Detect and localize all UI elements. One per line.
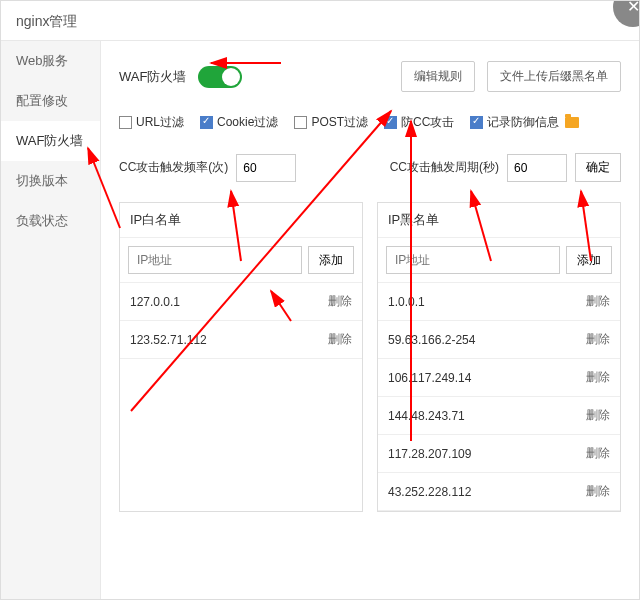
cc-confirm-button[interactable]: 确定 [575, 153, 621, 182]
checkbox-icon [200, 116, 213, 129]
blacklist-ip-input[interactable] [386, 246, 560, 274]
list-item: 43.252.228.112删除 [378, 473, 620, 511]
cc-period-label: CC攻击触发周期(秒) [390, 159, 499, 176]
sidebar-item-3[interactable]: 切换版本 [1, 161, 100, 201]
blacklist-title: IP黑名单 [378, 203, 620, 238]
list-item: 144.48.243.71删除 [378, 397, 620, 435]
dialog-title: nginx管理 [16, 13, 77, 29]
filter-checkbox-4[interactable]: 记录防御信息 [470, 114, 579, 131]
filter-label: 记录防御信息 [487, 114, 559, 131]
sidebar-item-4[interactable]: 负载状态 [1, 201, 100, 241]
list-item: 127.0.0.1删除 [120, 283, 362, 321]
ip-value: 106.117.249.14 [388, 371, 471, 385]
ip-value: 144.48.243.71 [388, 409, 465, 423]
whitelist-title: IP白名单 [120, 203, 362, 238]
sidebar-item-1[interactable]: 配置修改 [1, 81, 100, 121]
filter-label: 防CC攻击 [401, 114, 454, 131]
filter-checkbox-2[interactable]: POST过滤 [294, 114, 368, 131]
delete-link[interactable]: 删除 [586, 331, 610, 348]
ip-value: 127.0.0.1 [130, 295, 180, 309]
ip-value: 117.28.207.109 [388, 447, 471, 461]
whitelist-ip-input[interactable] [128, 246, 302, 274]
delete-link[interactable]: 删除 [586, 407, 610, 424]
cc-freq-input[interactable] [236, 154, 296, 182]
checkbox-icon [294, 116, 307, 129]
whitelist-panel: IP白名单 添加 127.0.0.1删除123.52.71.112删除 [119, 202, 363, 512]
delete-link[interactable]: 删除 [328, 331, 352, 348]
waf-toggle[interactable] [198, 66, 242, 88]
list-item: 117.28.207.109删除 [378, 435, 620, 473]
delete-link[interactable]: 删除 [586, 483, 610, 500]
list-item: 59.63.166.2-254删除 [378, 321, 620, 359]
delete-link[interactable]: 删除 [328, 293, 352, 310]
sidebar: Web服务配置修改WAF防火墙切换版本负载状态 [1, 41, 101, 600]
ip-value: 1.0.0.1 [388, 295, 425, 309]
folder-icon [565, 117, 579, 128]
waf-toggle-label: WAF防火墙 [119, 68, 186, 86]
checkbox-icon [384, 116, 397, 129]
ip-value: 59.63.166.2-254 [388, 333, 475, 347]
list-item: 1.0.0.1删除 [378, 283, 620, 321]
delete-link[interactable]: 删除 [586, 293, 610, 310]
upload-ext-blacklist-button[interactable]: 文件上传后缀黑名单 [487, 61, 621, 92]
edit-rules-button[interactable]: 编辑规则 [401, 61, 475, 92]
filter-label: POST过滤 [311, 114, 368, 131]
blacklist-add-button[interactable]: 添加 [566, 246, 612, 274]
filter-label: URL过滤 [136, 114, 184, 131]
delete-link[interactable]: 删除 [586, 445, 610, 462]
filter-label: Cookie过滤 [217, 114, 278, 131]
delete-link[interactable]: 删除 [586, 369, 610, 386]
sidebar-item-0[interactable]: Web服务 [1, 41, 100, 81]
ip-value: 43.252.228.112 [388, 485, 471, 499]
close-button[interactable]: ✕ [613, 0, 640, 27]
checkbox-icon [119, 116, 132, 129]
cc-period-input[interactable] [507, 154, 567, 182]
filter-checkbox-3[interactable]: 防CC攻击 [384, 114, 454, 131]
filter-checkbox-0[interactable]: URL过滤 [119, 114, 184, 131]
ip-value: 123.52.71.112 [130, 333, 207, 347]
cc-freq-label: CC攻击触发频率(次) [119, 159, 228, 176]
list-item: 123.52.71.112删除 [120, 321, 362, 359]
sidebar-item-2[interactable]: WAF防火墙 [1, 121, 100, 161]
blacklist-panel: IP黑名单 添加 1.0.0.1删除59.63.166.2-254删除106.1… [377, 202, 621, 512]
dialog-header: nginx管理 ✕ [1, 1, 639, 41]
checkbox-icon [470, 116, 483, 129]
whitelist-add-button[interactable]: 添加 [308, 246, 354, 274]
filter-checkbox-1[interactable]: Cookie过滤 [200, 114, 278, 131]
main-panel: WAF防火墙 编辑规则 文件上传后缀黑名单 URL过滤Cookie过滤POST过… [101, 41, 639, 600]
list-item: 106.117.249.14删除 [378, 359, 620, 397]
